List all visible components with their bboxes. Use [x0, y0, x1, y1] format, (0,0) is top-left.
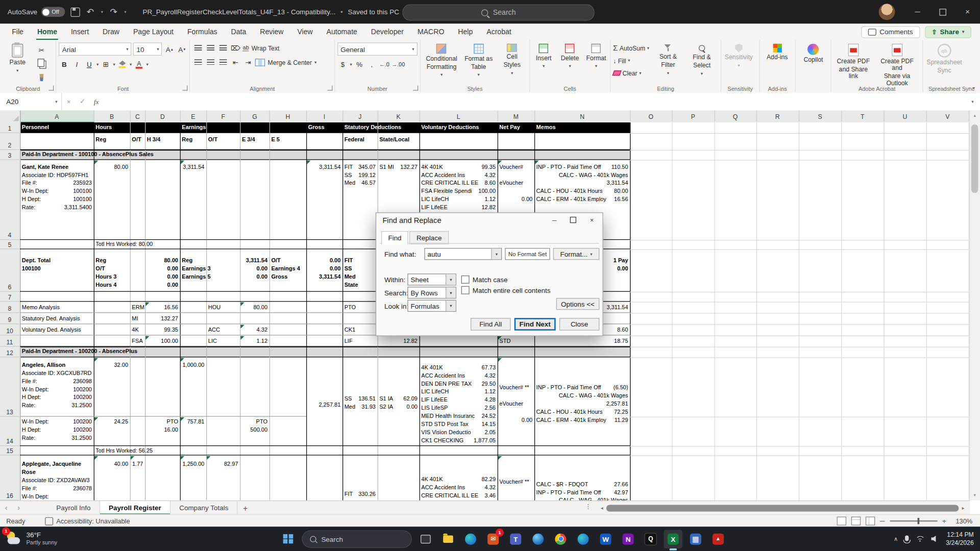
grid-app-icon[interactable]: ▦ [686, 530, 705, 548]
page-layout-view-button[interactable] [851, 517, 860, 525]
search-box[interactable]: Search [403, 5, 595, 21]
cell-E6[interactable]: Reg3,311.54Earnings 30.00Earnings 50.00 [180, 249, 270, 292]
ribbon-tab-developer[interactable]: Developer [364, 24, 410, 40]
cell-D2[interactable]: H 3/4 [145, 133, 180, 150]
cell-A10[interactable]: Voluntary Ded. Analysis [20, 324, 130, 336]
paste-button[interactable]: Paste▾ [3, 42, 33, 73]
cell-C2[interactable]: O/T [130, 133, 145, 150]
format-button[interactable]: Format...▾ [553, 248, 600, 260]
cell-A1[interactable]: Personnel [20, 122, 93, 133]
cell-B2[interactable]: Reg [94, 133, 130, 150]
column-header-Q[interactable]: Q [715, 111, 757, 122]
saved-status[interactable]: Saved to this PC [348, 8, 399, 16]
italic-button[interactable]: I [71, 59, 82, 70]
undo-dropdown-icon[interactable]: ▾ [101, 9, 103, 14]
look-in-select[interactable]: Formulas▾ [407, 300, 456, 312]
redo-dropdown-icon[interactable]: ▾ [124, 9, 126, 14]
cell-I1[interactable]: Gross [306, 122, 342, 133]
cell-J8[interactable]: PTO [342, 302, 378, 313]
cell-A8[interactable]: Memo Analysis [20, 302, 130, 313]
horizontal-scroll-thumb[interactable] [606, 505, 959, 511]
vertical-scroll-thumb[interactable] [971, 124, 978, 193]
dialog-maximize-button[interactable] [564, 214, 582, 226]
column-header-O[interactable]: O [630, 111, 672, 122]
formula-bar-expand-icon[interactable]: ▾ [965, 99, 980, 104]
sensitivity-button[interactable]: Sensitivity▾ [724, 42, 754, 68]
redo-button[interactable]: ↷ [109, 7, 118, 17]
hidden-icons-chevron-icon[interactable]: ∧ [894, 536, 898, 542]
increase-font-button[interactable]: A▴ [164, 43, 175, 55]
cell-H6[interactable]: O/T0.00Earnings 40.00Gross3,311.54 [270, 249, 342, 292]
cell-J2[interactable]: Federal [342, 133, 378, 150]
cell-A12[interactable]: Paid-In Department - 100200 - AbsencePlu… [20, 347, 240, 358]
insert-function-icon[interactable]: fx [89, 98, 103, 106]
create-pdf-share-link-button[interactable]: Create PDFand Share link [834, 42, 873, 79]
scroll-left-icon[interactable]: ◂ [599, 505, 605, 511]
accounting-format-button[interactable]: $ [337, 59, 348, 70]
scroll-down-icon[interactable]: ▾ [970, 490, 979, 500]
file-explorer-icon[interactable] [439, 530, 458, 548]
number-format-select[interactable]: General▾ [337, 42, 418, 56]
share-button[interactable]: ⇧Share▾ [925, 26, 971, 38]
sort-filter-button[interactable]: Sort &Filter▾ [653, 42, 683, 76]
ribbon-tab-automate[interactable]: Automate [320, 24, 364, 40]
cell-A14[interactable]: W-In Dept:100200H Dept:100200Rate:31.250… [20, 417, 93, 446]
page-break-view-button[interactable] [866, 517, 875, 525]
cell-I13[interactable]: 2,257.81 [306, 357, 342, 416]
comma-format-button[interactable]: , [366, 59, 377, 70]
align-bottom-button[interactable] [218, 42, 229, 54]
cell-K2[interactable]: State/Local [378, 133, 420, 150]
cell-L13[interactable]: 4K 401K67.73ACC Accident Ins4.32DEN DEN … [420, 357, 498, 444]
ribbon-tab-view[interactable]: View [290, 24, 320, 40]
taskbar-search-box[interactable]: Search [302, 530, 412, 547]
column-header-M[interactable]: M [498, 111, 535, 122]
number-dialog-launcher[interactable] [413, 86, 418, 91]
percent-format-button[interactable]: % [354, 59, 365, 70]
cell-C8[interactable]: ERM [130, 302, 145, 313]
zoom-in-button[interactable]: + [942, 517, 946, 525]
clipboard-dialog-launcher[interactable] [49, 86, 54, 91]
ribbon-tab-review[interactable]: Review [253, 24, 290, 40]
cell-A9[interactable]: Statutory Ded. Analysis [20, 313, 130, 324]
wifi-icon[interactable] [915, 536, 924, 542]
row-header-13[interactable]: 13 [0, 357, 19, 416]
cell-B6[interactable]: Reg80.00O/T0.00Hours 30.00Hours 40.00 [94, 249, 180, 292]
cell-F8[interactable]: HOU [206, 302, 240, 313]
cell-B4[interactable]: 80.00 [94, 160, 130, 240]
cell-L16[interactable]: 4K 401K82.29ACC Accident Ins4.32CRE CRIT… [420, 456, 498, 500]
cell-G14[interactable]: PTO500.00 [240, 417, 270, 446]
column-header-E[interactable]: E [180, 111, 207, 122]
row-header-7[interactable]: 7 [0, 292, 19, 302]
insert-cells-button[interactable]: Insert▾ [532, 42, 555, 69]
cell-G2[interactable]: E 3/4 [240, 133, 270, 150]
merge-center-button[interactable]: Merge & Center▾ [255, 57, 316, 68]
match-entire-option[interactable]: Match entire cell contents [461, 286, 551, 294]
cell-I4[interactable]: 3,311.54 [306, 160, 342, 240]
ribbon-tab-file[interactable]: File [5, 24, 31, 40]
column-header-V[interactable]: V [926, 111, 969, 122]
cell-A3[interactable]: Paid-In Department - 100100 - AbsencePlu… [20, 150, 240, 160]
name-box[interactable]: A20▾ [0, 92, 62, 111]
find-replace-dialog[interactable]: Find and Replace ─ × Find Replace Find w… [376, 212, 603, 336]
horizontal-scrollbar[interactable]: ◂ ▸ [599, 504, 966, 512]
cell-J10[interactable]: CK1 [342, 324, 378, 336]
cell-E16[interactable]: 1,250.00 [180, 456, 206, 500]
cell-J11[interactable]: LIF [342, 336, 378, 347]
column-header-C[interactable]: C [130, 111, 146, 122]
clear-button[interactable]: Clear▾ [613, 68, 649, 78]
options-button[interactable]: Options << [556, 298, 599, 310]
column-header-A[interactable]: A [20, 111, 94, 123]
minimize-button[interactable]: ─ [905, 0, 930, 24]
cell-A16[interactable]: Applegate, JacquelineRoseAssociate ID: Z… [20, 456, 93, 500]
ribbon-tab-formulas[interactable]: Formulas [180, 24, 224, 40]
find-what-input[interactable]: autu▾ [424, 248, 502, 260]
create-pdf-outlook-button[interactable]: Create PDF andShare via Outlook [876, 42, 918, 86]
enter-icon[interactable]: ✓ [76, 97, 89, 106]
cell-F11[interactable]: LIC [206, 336, 240, 347]
cell-E4[interactable]: 3,311.54 [180, 160, 206, 240]
align-top-button[interactable] [193, 42, 204, 54]
column-header-R[interactable]: R [756, 111, 799, 122]
sheet-tab-company-totals[interactable]: Company Totals [170, 501, 238, 515]
align-center-button[interactable] [205, 57, 216, 68]
excel-icon[interactable]: X [664, 530, 682, 548]
